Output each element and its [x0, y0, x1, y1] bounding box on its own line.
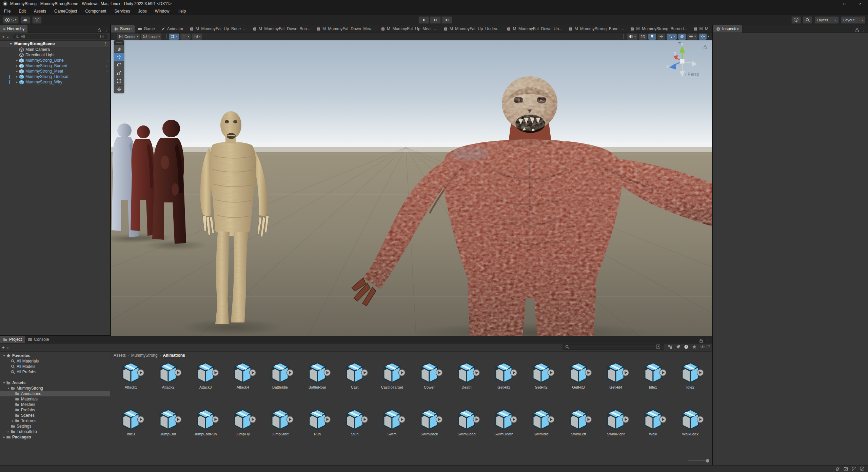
- move-tool[interactable]: [114, 53, 124, 61]
- gizmo-lock-icon[interactable]: [704, 45, 707, 50]
- camera-dropdown[interactable]: ▾: [687, 34, 697, 40]
- panel-menu-icon[interactable]: ⋮: [862, 28, 866, 33]
- cache-server-disconnected-icon[interactable]: [843, 466, 848, 471]
- asset-item-gethit2[interactable]: GetHit2: [522, 362, 560, 406]
- asset-item-attack1[interactable]: Attack1: [112, 362, 150, 406]
- expander-icon[interactable]: ▾: [2, 354, 6, 357]
- tab-hierarchy[interactable]: ≡ Hierarchy: [0, 25, 27, 33]
- asset-item-attack3[interactable]: Attack3: [187, 362, 224, 406]
- asset-item-swimback[interactable]: SwimBack: [411, 409, 448, 453]
- breadcrumb-assets[interactable]: Assets: [114, 353, 126, 358]
- tab-m-mummyfat-up-bone[interactable]: M_MummyFat_Up_Bone_...: [186, 25, 250, 33]
- play-preview-badge[interactable]: [622, 369, 629, 376]
- snap-increment-button[interactable]: ▾: [192, 34, 202, 40]
- tree-item-mummystrong[interactable]: ▾MummyStrong: [0, 386, 110, 391]
- prefab-open-chevron[interactable]: ›: [106, 59, 107, 62]
- rect-tool[interactable]: [114, 77, 124, 85]
- play-preview-badge[interactable]: [547, 369, 555, 376]
- asset-item-jumpend[interactable]: JumpEnd: [150, 409, 187, 453]
- favorites-star-icon[interactable]: [692, 345, 697, 349]
- play-preview-badge[interactable]: [547, 416, 555, 423]
- asset-item-battleroar[interactable]: BattleRoar: [299, 362, 336, 406]
- play-preview-badge[interactable]: [659, 416, 667, 423]
- gizmos-toggle[interactable]: [699, 34, 707, 40]
- play-preview-badge[interactable]: [398, 416, 406, 423]
- play-preview-badge[interactable]: [510, 416, 517, 423]
- scene-viewport[interactable]: —— ≡: [111, 40, 712, 336]
- play-preview-badge[interactable]: [174, 369, 182, 376]
- tab-m-m[interactable]: M_M: [690, 25, 712, 33]
- hierarchy-item-directional-light[interactable]: Directional Light: [0, 52, 110, 58]
- menu-item-component[interactable]: Component: [81, 7, 110, 15]
- toolbar-drag-handle[interactable]: [113, 34, 115, 39]
- tree-item-settings[interactable]: Settings: [0, 424, 110, 429]
- expander-icon[interactable]: ▸: [15, 75, 19, 78]
- tab-m-mummyfat-down-un[interactable]: M_MummyFat_Down_Un...: [504, 25, 565, 33]
- thumbnail-zoom-slider[interactable]: [688, 460, 708, 461]
- hierarchy-scene-row[interactable]: ▾ MummyStrongScene ⋮: [0, 41, 110, 47]
- audio-toggle[interactable]: [657, 34, 665, 40]
- tab-project[interactable]: Project: [0, 336, 25, 343]
- undo-history-button[interactable]: [791, 16, 801, 24]
- expander-icon[interactable]: ▸: [6, 430, 11, 433]
- asset-item-battleidle[interactable]: BattleIdle: [261, 362, 299, 406]
- tree-item-prefabs[interactable]: Prefabs: [0, 407, 110, 413]
- asset-item-casttotarget[interactable]: CastToTarget: [373, 362, 411, 406]
- hierarchy-search-input[interactable]: All: [13, 34, 107, 39]
- asset-item-swimidle[interactable]: SwimIdle: [522, 409, 560, 453]
- expander-icon[interactable]: ▾: [2, 381, 6, 385]
- layers-dropdown[interactable]: Layers ▾: [814, 16, 839, 24]
- asset-item-swimright[interactable]: SwimRight: [597, 409, 634, 453]
- play-preview-badge[interactable]: [585, 416, 592, 423]
- hierarchy-item-mummystrong-undead[interactable]: ▸MummyStrong_Undead: [0, 74, 110, 79]
- project-search-input[interactable]: [563, 344, 664, 350]
- menu-item-assets[interactable]: Assets: [30, 7, 50, 15]
- play-preview-badge[interactable]: [249, 369, 256, 376]
- play-preview-badge[interactable]: [473, 416, 480, 423]
- asset-item-walk[interactable]: Walk: [634, 409, 672, 453]
- play-preview-badge[interactable]: [696, 416, 704, 423]
- account-button[interactable]: S ▾: [3, 16, 19, 24]
- expander-icon[interactable]: ▾: [6, 387, 11, 390]
- tree-item-packages[interactable]: ▸Packages: [0, 434, 110, 440]
- asset-item-run[interactable]: Run: [299, 409, 336, 453]
- play-preview-badge[interactable]: [361, 416, 368, 423]
- play-preview-badge[interactable]: [398, 369, 406, 376]
- expander-icon[interactable]: ▸: [2, 435, 6, 439]
- play-preview-badge[interactable]: [435, 369, 443, 376]
- play-preview-badge[interactable]: [212, 416, 219, 423]
- scene-menu-icon[interactable]: ⋮: [103, 41, 107, 46]
- expander-icon[interactable]: ▾: [10, 42, 14, 45]
- menu-item-window[interactable]: Window: [151, 7, 174, 15]
- play-preview-badge[interactable]: [585, 369, 592, 376]
- menu-item-help[interactable]: Help: [174, 7, 190, 15]
- transform-tool[interactable]: [114, 85, 124, 93]
- hierarchy-item-mummystrong-bone[interactable]: ▸MummyStrong_Bone›: [0, 58, 110, 63]
- play-preview-badge[interactable]: [174, 416, 182, 423]
- expander-icon[interactable]: ▸: [15, 80, 19, 84]
- layout-dropdown[interactable]: Layout ▾: [841, 16, 865, 24]
- tree-item-favorites[interactable]: ▾Favorites: [0, 353, 110, 358]
- play-preview-badge[interactable]: [622, 416, 629, 423]
- menu-item-gameobject[interactable]: GameObject: [50, 7, 81, 15]
- tab-scene[interactable]: Scene: [111, 25, 135, 33]
- panel-menu-icon[interactable]: ⋮: [706, 338, 710, 343]
- hierarchy-item-main-camera[interactable]: Main Camera: [0, 47, 110, 52]
- menu-item-services[interactable]: Services: [110, 7, 134, 15]
- asset-item-gethit4[interactable]: GetHit4: [597, 362, 634, 406]
- lock-icon[interactable]: [699, 339, 703, 343]
- asset-item-swimdead[interactable]: SwimDead: [448, 409, 485, 453]
- tab-m-mummyfat-down-mea[interactable]: M_MummyFat_Down_Mea...: [313, 25, 378, 33]
- asset-item-attack4[interactable]: Attack4: [224, 362, 261, 406]
- play-preview-badge[interactable]: [435, 416, 443, 423]
- slider-knob[interactable]: [706, 459, 709, 463]
- tab-m-mummyfat-up-meat[interactable]: M_MummyFat_Up_Meat_...: [378, 25, 440, 33]
- play-preview-badge[interactable]: [137, 369, 144, 376]
- rotate-tool[interactable]: [114, 61, 124, 69]
- hierarchy-item-mummystrong-meat[interactable]: ▸MummyStrong_Meat›: [0, 68, 110, 74]
- play-preview-badge[interactable]: [659, 369, 667, 376]
- play-preview-badge[interactable]: [286, 416, 294, 423]
- refresh-disabled-icon[interactable]: [851, 466, 856, 471]
- tab-inspector[interactable]: Inspector: [713, 25, 742, 33]
- tab-animator[interactable]: Animator: [158, 25, 186, 33]
